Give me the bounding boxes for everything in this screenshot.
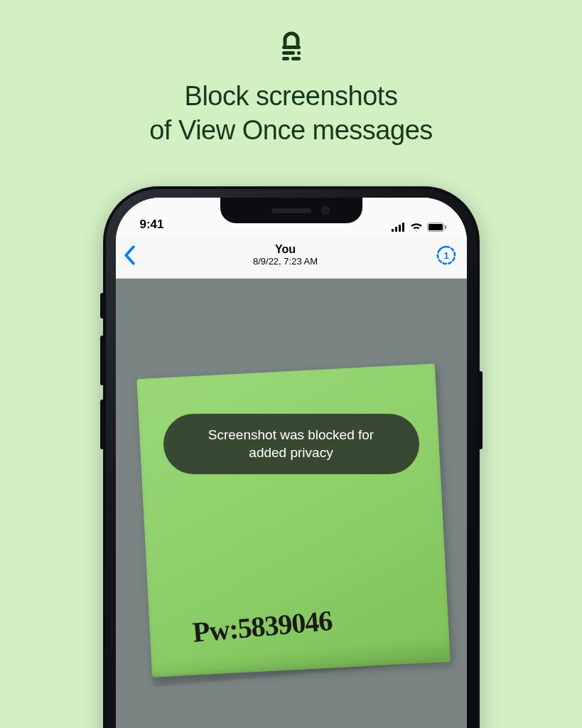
hero-section: Block screenshots of View Once messages xyxy=(0,0,582,147)
cellular-signal-icon xyxy=(392,223,406,232)
front-camera xyxy=(321,206,330,215)
svg-rect-2 xyxy=(297,51,301,55)
svg-rect-8 xyxy=(402,223,404,232)
svg-rect-5 xyxy=(392,229,394,232)
toast-line2: added privacy xyxy=(188,444,395,462)
battery-icon xyxy=(427,223,447,232)
wifi-icon xyxy=(410,223,423,232)
nav-title: You xyxy=(136,243,436,256)
svg-rect-0 xyxy=(282,46,301,49)
status-indicators xyxy=(392,223,447,232)
svg-rect-1 xyxy=(282,51,295,55)
power-button xyxy=(478,371,483,449)
svg-rect-10 xyxy=(429,224,443,230)
headline-line1: Block screenshots xyxy=(149,80,433,114)
volume-up-button xyxy=(100,336,104,385)
phone-body: 9:41 You xyxy=(103,186,480,728)
nav-subtitle: 8/9/22, 7:23 AM xyxy=(136,256,436,267)
chat-content: Pw:5839046 Screenshot was blocked for ad… xyxy=(116,279,467,728)
sticky-note: Pw:5839046 xyxy=(136,363,450,677)
speaker-grille xyxy=(271,208,311,213)
mute-switch xyxy=(100,293,104,318)
screenshot-blocked-toast: Screenshot was blocked for added privacy xyxy=(163,414,419,474)
svg-text:1: 1 xyxy=(443,250,448,261)
status-time: 9:41 xyxy=(140,218,164,232)
phone-mockup: 9:41 You xyxy=(103,186,480,728)
view-once-icon[interactable]: 1 xyxy=(436,245,457,266)
lock-stripes-icon xyxy=(274,28,309,67)
svg-rect-7 xyxy=(399,225,401,232)
svg-rect-11 xyxy=(445,225,446,229)
svg-rect-4 xyxy=(291,57,301,60)
svg-rect-6 xyxy=(395,227,397,232)
phone-notch xyxy=(220,198,362,223)
headline-line2: of View Once messages xyxy=(149,114,433,148)
phone-screen: 9:41 You xyxy=(116,198,467,728)
back-button[interactable] xyxy=(123,245,136,265)
nav-bar: You 8/9/22, 7:23 AM 1 xyxy=(116,236,467,279)
sticky-note-text: Pw:5839046 xyxy=(191,604,333,649)
nav-title-block: You 8/9/22, 7:23 AM xyxy=(136,243,436,267)
toast-line1: Screenshot was blocked for xyxy=(188,427,395,444)
svg-rect-3 xyxy=(282,57,289,60)
headline: Block screenshots of View Once messages xyxy=(149,80,433,147)
volume-down-button xyxy=(100,400,104,449)
